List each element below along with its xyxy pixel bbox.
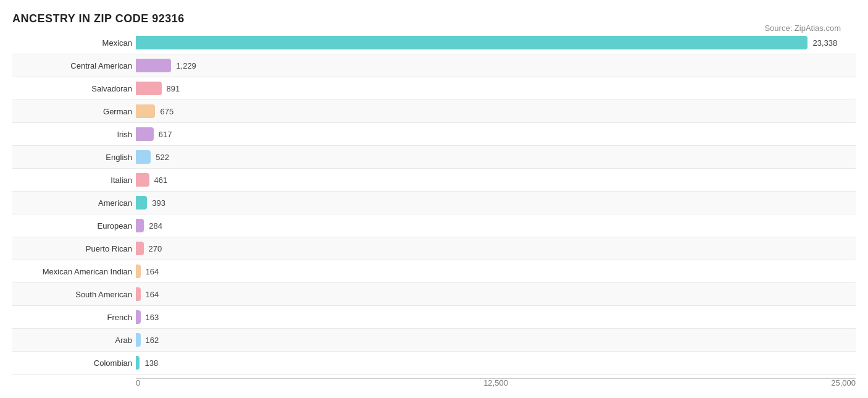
- bar-row: European 284: [12, 214, 856, 237]
- bar-fill: [136, 104, 155, 118]
- bar-row: Central American 1,229: [12, 54, 856, 77]
- bar-track: 164: [136, 265, 856, 278]
- bar-value: 164: [146, 267, 159, 276]
- bar-row: Italian 461: [12, 169, 856, 192]
- bar-fill: [136, 265, 141, 278]
- bar-fill: [136, 310, 141, 324]
- x-axis-tick: 0: [136, 378, 376, 387]
- bar-label: German: [12, 107, 136, 116]
- bars-container: Mexican 23,338 Central American 1,229 Sa…: [12, 32, 856, 375]
- bar-value: 164: [146, 290, 159, 299]
- bar-track: 138: [136, 356, 856, 370]
- bar-track: 284: [136, 219, 856, 232]
- bar-track: 163: [136, 310, 856, 324]
- bar-row: South American 164: [12, 283, 856, 306]
- bar-value: 461: [154, 176, 168, 185]
- bar-track: 23,338: [136, 36, 856, 49]
- bar-value: 617: [159, 130, 172, 139]
- x-axis: 012,50025,000: [136, 378, 856, 387]
- bar-row: English 522: [12, 146, 856, 169]
- bar-label: Mexican American Indian: [12, 267, 136, 276]
- chart-area: Mexican 23,338 Central American 1,229 Sa…: [12, 32, 856, 387]
- bar-label: Salvadoran: [12, 84, 136, 93]
- bar-label: European: [12, 221, 136, 231]
- bar-row: American 393: [12, 192, 856, 214]
- bar-value: 675: [160, 107, 173, 116]
- bar-row: Puerto Rican 270: [12, 237, 856, 260]
- bar-fill: [136, 219, 144, 232]
- bar-fill: [136, 127, 154, 141]
- bar-fill: [136, 287, 141, 301]
- bar-row: German 675: [12, 100, 856, 123]
- bar-label: Central American: [12, 61, 136, 70]
- bar-label: Italian: [12, 176, 136, 185]
- bar-value: 393: [152, 198, 165, 208]
- bar-label: Irish: [12, 130, 136, 139]
- bar-track: 270: [136, 242, 856, 255]
- bar-value: 163: [146, 313, 159, 322]
- bar-value: 162: [146, 336, 159, 345]
- bar-track: 164: [136, 287, 856, 301]
- bar-label: Mexican: [12, 38, 136, 48]
- bar-value: 284: [149, 221, 162, 231]
- bar-track: 1,229: [136, 59, 856, 72]
- bar-value: 138: [144, 358, 158, 368]
- bar-label: Colombian: [12, 358, 136, 368]
- bar-value: 1,229: [176, 61, 196, 70]
- bar-track: 162: [136, 333, 856, 347]
- bar-fill: [136, 82, 162, 95]
- bar-row: Colombian 138: [12, 352, 856, 375]
- bar-fill: [136, 242, 144, 255]
- bar-track: 461: [136, 173, 856, 187]
- bar-value: 891: [167, 84, 180, 93]
- bar-fill: [136, 150, 151, 164]
- bar-track: 617: [136, 127, 856, 141]
- x-axis-tick: 25,000: [616, 378, 856, 387]
- bar-fill: [136, 173, 149, 187]
- bar-label: South American: [12, 290, 136, 299]
- bar-value: 23,338: [812, 38, 837, 48]
- bar-row: Arab 162: [12, 329, 856, 352]
- bar-row: Mexican American Indian 164: [12, 260, 856, 283]
- bar-fill: [136, 59, 171, 72]
- bar-fill: [136, 333, 141, 347]
- bar-row: Irish 617: [12, 123, 856, 146]
- bar-fill: [136, 36, 807, 49]
- bar-track: 675: [136, 104, 856, 118]
- bar-label: Puerto Rican: [12, 244, 136, 253]
- bar-label: French: [12, 313, 136, 322]
- bar-track: 393: [136, 196, 856, 210]
- x-axis-tick: 12,500: [376, 378, 616, 387]
- chart-title: ANCESTRY IN ZIP CODE 92316: [12, 12, 856, 25]
- bar-label: Arab: [12, 336, 136, 345]
- bar-track: 891: [136, 82, 856, 95]
- bar-fill: [136, 196, 147, 210]
- bar-row: Mexican 23,338: [12, 32, 856, 54]
- bar-fill: [136, 356, 140, 370]
- bar-label: American: [12, 198, 136, 208]
- bar-row: Salvadoran 891: [12, 77, 856, 100]
- bar-track: 522: [136, 150, 856, 164]
- bar-row: French 163: [12, 306, 856, 329]
- bar-value: 522: [156, 153, 169, 162]
- bar-value: 270: [149, 244, 162, 253]
- bar-label: English: [12, 153, 136, 162]
